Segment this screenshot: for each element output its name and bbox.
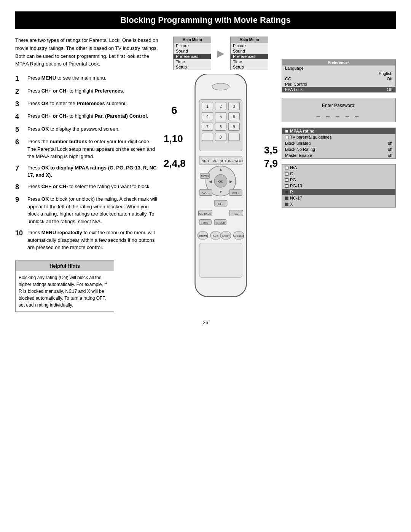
tv-parental-checkbox <box>285 136 288 139</box>
step-number: 10 <box>15 229 26 238</box>
rating-nc17-label: NC-17 <box>290 196 302 200</box>
mpaa-rating-item: MPAA rating <box>282 128 395 134</box>
step-text: Press CH+ or CH- to highlight Preference… <box>27 87 124 95</box>
step-text: Press OK to block (or unblock) the ratin… <box>27 195 160 225</box>
svg-text:9: 9 <box>233 125 235 129</box>
rating-nc17-checkbox <box>285 197 288 200</box>
master-enable-value: off <box>388 153 392 158</box>
pref-language-label: Language <box>282 66 395 71</box>
svg-text:1: 1 <box>206 104 209 109</box>
svg-text:CALENDAR: CALENDAR <box>233 235 245 237</box>
block-unrated-label: Block unrated <box>285 141 311 145</box>
password-label: Enter Password: <box>286 103 392 108</box>
pref-par-control: Par. Control <box>282 81 395 87</box>
svg-text:8: 8 <box>220 125 222 129</box>
list-item: 3Press OK to enter the Preferences subme… <box>15 100 160 109</box>
step-number: 5 <box>15 125 26 134</box>
step-number: 8 <box>15 183 26 192</box>
remote-svg: 1 2 3 4 5 6 7 8 9 <box>186 74 255 297</box>
list-item: 4Press CH+ or CH- to highlight Par. (Par… <box>15 112 160 121</box>
step-number: 1 <box>15 74 26 83</box>
list-item: 8Press CH+ or CH- to select the rating y… <box>15 183 160 192</box>
step-text: Press MENU repeatedly to exit the menu o… <box>27 229 160 251</box>
step-number: 4 <box>15 112 26 121</box>
menu-item-sound-2: Sound <box>231 48 268 54</box>
helpful-hints-title: Helpful Hints <box>16 261 114 272</box>
svg-text:0: 0 <box>220 135 222 139</box>
page-number: 26 <box>15 320 396 325</box>
list-item: 7Press OK to display MPAA ratings (G, PG… <box>15 164 160 179</box>
mpaa-label: MPAA rating <box>290 129 315 133</box>
svg-text:INPUT: INPUT <box>201 159 211 163</box>
rating-pg13: PG-13 <box>282 183 395 189</box>
step-number: 2 <box>15 87 26 96</box>
svg-text:VOL-: VOL- <box>202 192 209 195</box>
step-text: Press OK to display MPAA ratings (G, PG,… <box>27 164 160 179</box>
rating-na-label: N/A <box>290 165 297 170</box>
svg-point-1 <box>212 83 229 90</box>
rating-x: X <box>282 201 395 207</box>
block-unrated-item: Block unrated off <box>282 140 395 146</box>
rating-r: R <box>282 189 395 195</box>
svg-text:CAPS: CAPS <box>213 235 219 237</box>
list-item: 1Press MENU to see the main menu. <box>15 74 160 83</box>
rating-g-label: G <box>290 171 293 176</box>
svg-text:INFO/GUI: INFO/GUI <box>228 159 243 163</box>
main-menu-box-1: Main Menu Picture Sound Preferences Time… <box>173 37 211 70</box>
pref-language-value: English <box>282 71 395 76</box>
block-unrated-value: off <box>388 141 392 145</box>
svg-text:CH-: CH- <box>218 202 223 206</box>
helpful-hints-body: Blocking any rating (ON) will block all … <box>16 271 114 312</box>
rating-g-checkbox <box>285 172 288 176</box>
svg-text:▲: ▲ <box>219 167 223 171</box>
main-menu-title-2: Main Menu <box>231 37 268 43</box>
step-number: 9 <box>15 195 26 204</box>
menu-item-picture-2: Picture <box>231 43 268 48</box>
svg-text:◀: ◀ <box>209 179 212 184</box>
svg-text:6: 6 <box>233 115 235 119</box>
step-label-248: 2,4,8 <box>164 158 186 169</box>
svg-rect-60 <box>199 243 242 277</box>
svg-rect-21 <box>202 133 213 141</box>
password-screen: Enter Password: _ _ _ _ _ <box>282 98 396 122</box>
rating-nc17: NC-17 <box>282 195 395 201</box>
step-text: Press OK to display the password screen. <box>27 125 119 133</box>
step-text: Press CH+ or CH- to highlight Par. (Pare… <box>27 112 148 120</box>
block-no-rating-value: off <box>388 147 392 152</box>
mpaa-menu-screen: MPAA rating TV parental guidelines Block… <box>282 128 396 159</box>
step-label-6: 6 <box>171 104 177 117</box>
remote-control-wrapper: 6 1,10 2,4,8 3,5 7,9 1 2 <box>183 74 259 297</box>
left-column: There are two types of ratings for Paren… <box>15 37 160 312</box>
svg-text:4: 4 <box>206 115 209 119</box>
svg-text:VOL+: VOL+ <box>232 192 240 195</box>
block-no-rating-item: Block No Rating off <box>282 146 395 152</box>
menu-item-setup-1: Setup <box>174 64 211 70</box>
pref-cc: CCOff <box>282 76 395 81</box>
center-column: Main Menu Picture Sound Preferences Time… <box>167 37 274 312</box>
step-text: Press the number buttons to enter your f… <box>27 138 160 160</box>
mpaa-checkbox <box>285 129 288 133</box>
menu-item-sound-1: Sound <box>174 48 211 54</box>
svg-text:▼: ▼ <box>219 190 223 194</box>
step-label-79: 7,9 <box>264 158 278 169</box>
step-text: Press CH+ or CH- to select the rating yo… <box>27 183 151 190</box>
tv-parental-item: TV parental guidelines <box>282 134 395 140</box>
svg-text:SOUND: SOUND <box>216 222 225 224</box>
preferences-screen: Preferences Language English CCOff Par. … <box>282 59 396 93</box>
svg-text:MENU: MENU <box>201 175 209 177</box>
step-label-359: 3,5 <box>264 144 278 156</box>
svg-text:FAV: FAV <box>234 212 239 215</box>
svg-text:GO BACK: GO BACK <box>199 212 211 215</box>
svg-text:7: 7 <box>206 125 209 129</box>
top-menu-screens: Main Menu Picture Sound Preferences Time… <box>173 37 268 70</box>
tv-parental-label: TV parental guidelines <box>290 135 331 139</box>
page-title: Blocking Programming with Movie Ratings <box>15 11 396 29</box>
rating-pg-checkbox <box>285 178 288 182</box>
mpaa-ratings-screen: N/A G PG PG-13 R NC-17 <box>282 164 396 208</box>
master-enable-item: Master Enable off <box>282 152 395 158</box>
menu-item-preferences-2: Preferences <box>231 54 268 59</box>
svg-text:PRESETS: PRESETS <box>213 159 229 163</box>
main-menu-box-2: Main Menu Picture Sound Preferences Time… <box>230 37 268 70</box>
menu-item-picture-1: Picture <box>174 43 211 48</box>
svg-text:MTS: MTS <box>202 222 208 224</box>
